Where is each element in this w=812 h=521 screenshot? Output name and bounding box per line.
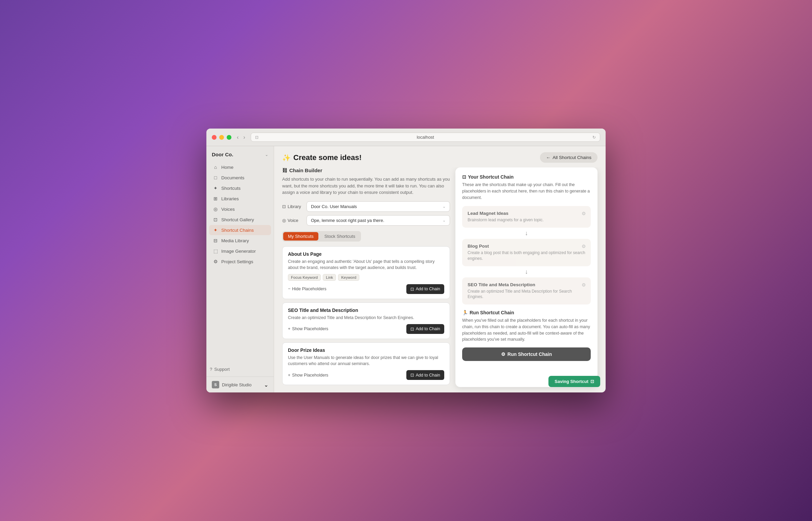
chain-item-seo-title: SEO Title and Meta Description Create an… bbox=[462, 277, 591, 305]
traffic-lights bbox=[212, 135, 231, 140]
saving-icon: ⊡ bbox=[590, 379, 594, 384]
tag-focus-keyword: Focus Keyword bbox=[288, 274, 321, 281]
forward-button[interactable]: › bbox=[242, 134, 246, 141]
sidebar-item-voices[interactable]: ◎ Voices bbox=[209, 204, 271, 214]
browser-window: ‹ › ⊡ localhost ↻ Door Co. ⌄ ⌂ Home □ bbox=[206, 129, 606, 392]
documents-icon: □ bbox=[212, 175, 219, 180]
chain-builder-panel: ⛓ Chain Builder Add shortcuts to your ch… bbox=[282, 167, 455, 387]
shortcuts-icon: ✦ bbox=[212, 185, 219, 191]
nav-buttons: ‹ › bbox=[235, 134, 247, 141]
sidebar-item-shortcut-chains[interactable]: ✦ Shortcut Chains bbox=[209, 225, 271, 235]
page-title: ✨ Create some ideas! bbox=[282, 153, 362, 162]
shortcut-card-seo-title: SEO Title and Meta Description Create an… bbox=[282, 302, 450, 339]
run-btn-label: Run Shortcut Chain bbox=[508, 352, 552, 357]
saving-bar: Saving Shortcut ⊡ bbox=[548, 376, 600, 387]
sidebar-item-support[interactable]: ? Support bbox=[206, 365, 274, 374]
maximize-button[interactable] bbox=[227, 135, 231, 140]
run-title-text: Run Shortcut Chain bbox=[470, 310, 514, 315]
sidebar-item-media-library[interactable]: ⊟ Media Library bbox=[209, 235, 271, 246]
library-config-row: ⊡ Library Door Co. User Manuals ⌄ bbox=[282, 201, 450, 212]
all-chains-button[interactable]: ← All Shortcut Chains bbox=[540, 152, 597, 163]
content-body: ⛓ Chain Builder Add shortcuts to your ch… bbox=[274, 167, 606, 392]
sidebar-item-label-settings: Project Settings bbox=[221, 259, 253, 264]
org-name: Door Co. bbox=[212, 152, 233, 157]
sidebar-item-shortcut-gallery[interactable]: ⊡ Shortcut Gallery bbox=[209, 214, 271, 225]
refresh-icon[interactable]: ↻ bbox=[592, 135, 596, 140]
shortcut-actions-about-us: − Hide Placeholders ⊡ Add to Chain bbox=[288, 284, 444, 294]
voice-label: ◎ Voice bbox=[282, 218, 302, 223]
image-gen-icon: ⬚ bbox=[212, 248, 219, 254]
url-text: localhost bbox=[261, 135, 590, 140]
chain-panel-desc: These are the shortcuts that make up you… bbox=[462, 182, 591, 201]
chain-item-title-blog-post: Blog Post bbox=[468, 244, 585, 249]
add-to-chain-button-seo[interactable]: ⊡ Add to Chain bbox=[406, 324, 444, 334]
show-icon-door-prize: + bbox=[288, 373, 290, 378]
add-chain-label-about-us: Add to Chain bbox=[416, 287, 440, 291]
chain-item-title-seo: SEO Title and Meta Description bbox=[468, 282, 585, 287]
sidebar-item-libraries[interactable]: ⊞ Libraries bbox=[209, 194, 271, 204]
sidebar-item-label-chains: Shortcut Chains bbox=[221, 228, 254, 233]
sidebar-item-home[interactable]: ⌂ Home bbox=[209, 162, 271, 172]
spinner-icon-2: ⚙ bbox=[582, 244, 586, 249]
back-button[interactable]: ‹ bbox=[235, 134, 240, 141]
show-placeholders-button-door-prize[interactable]: + Show Placeholders bbox=[288, 373, 328, 378]
minimize-button[interactable] bbox=[219, 135, 224, 140]
chains-icon: ✦ bbox=[212, 227, 219, 233]
voice-icon: ◎ bbox=[282, 218, 286, 223]
shortcut-title-door-prize: Door Prize Ideas bbox=[288, 347, 444, 353]
sidebar-header: Door Co. ⌄ bbox=[206, 146, 274, 161]
media-icon: ⊟ bbox=[212, 238, 219, 243]
close-button[interactable] bbox=[212, 135, 217, 140]
avatar: S bbox=[212, 381, 219, 388]
shortcut-tabs: My Shortcuts Stock Shortcuts bbox=[282, 231, 361, 242]
chain-builder-icon: ⛓ bbox=[282, 167, 287, 173]
user-name: Dirigible Studio bbox=[222, 382, 251, 387]
shortcut-chain-panel: ⊡ Your Shortcut Chain These are the shor… bbox=[455, 167, 597, 387]
tab-my-shortcuts[interactable]: My Shortcuts bbox=[283, 232, 318, 241]
show-placeholders-button-seo[interactable]: + Show Placeholders bbox=[288, 326, 328, 331]
chain-arrow-1: ↓ bbox=[462, 230, 591, 237]
sidebar: Door Co. ⌄ ⌂ Home □ Documents ✦ Shortcut… bbox=[206, 146, 274, 392]
tab-icon: ⊡ bbox=[255, 135, 258, 140]
sidebar-item-documents[interactable]: □ Documents bbox=[209, 173, 271, 183]
sidebar-item-image-generator[interactable]: ⬚ Image Generator bbox=[209, 246, 271, 256]
sidebar-item-label-shortcuts: Shortcuts bbox=[221, 186, 241, 191]
org-chevron-icon[interactable]: ⌄ bbox=[265, 152, 268, 157]
tab-stock-shortcuts[interactable]: Stock Shortcuts bbox=[320, 232, 360, 241]
address-bar[interactable]: ⊡ localhost ↻ bbox=[251, 133, 600, 142]
shortcut-desc-door-prize: Use the User Manuals to generate ideas f… bbox=[288, 355, 444, 367]
shortcut-actions-seo: + Show Placeholders ⊡ Add to Chain bbox=[288, 324, 444, 334]
run-icon: 🏃 bbox=[462, 310, 468, 315]
saving-label: Saving Shortcut bbox=[555, 379, 588, 384]
chain-arrow-2: ↓ bbox=[462, 268, 591, 275]
sidebar-item-project-settings[interactable]: ⚙ Project Settings bbox=[209, 256, 271, 267]
hide-placeholders-button[interactable]: − Hide Placeholders bbox=[288, 287, 326, 291]
spinner-icon-3: ⚙ bbox=[582, 282, 586, 288]
user-profile[interactable]: S Dirigible Studio bbox=[212, 381, 251, 388]
chain-builder-desc: Add shortcuts to your chain to run seque… bbox=[282, 176, 450, 196]
tag-keyword: Keyword bbox=[338, 274, 359, 281]
all-chains-label: All Shortcut Chains bbox=[552, 155, 591, 160]
add-to-chain-button-door-prize[interactable]: ⊡ Add to Chain bbox=[406, 370, 444, 380]
sidebar-item-shortcuts[interactable]: ✦ Shortcuts bbox=[209, 183, 271, 193]
hide-label: Hide Placeholders bbox=[292, 287, 326, 291]
title-icon: ✨ bbox=[282, 154, 291, 162]
add-to-chain-button-about-us[interactable]: ⊡ Add to Chain bbox=[406, 284, 444, 294]
library-select[interactable]: Door Co. User Manuals ⌄ bbox=[307, 201, 450, 212]
chain-item-blog-post: Blog Post Create a blog post that is bot… bbox=[462, 239, 591, 266]
user-chevron-icon: ⌄ bbox=[264, 382, 268, 388]
shortcut-card-door-prize: Door Prize Ideas Use the User Manuals to… bbox=[282, 342, 450, 385]
shortcut-tags-about-us: Focus Keyword Link Keyword bbox=[288, 274, 444, 281]
sidebar-footer: S Dirigible Studio ⌄ bbox=[206, 377, 274, 392]
run-chain-button[interactable]: ⚙ Run Shortcut Chain bbox=[462, 347, 591, 361]
add-chain-icon-seo: ⊡ bbox=[410, 326, 414, 332]
all-chains-back-icon: ← bbox=[546, 155, 551, 160]
sidebar-item-label-libraries: Libraries bbox=[221, 196, 239, 201]
voice-select[interactable]: Ope, lemme scoot right past ya there. ⌄ bbox=[307, 215, 450, 226]
app-layout: Door Co. ⌄ ⌂ Home □ Documents ✦ Shortcut… bbox=[206, 146, 606, 392]
chain-item-desc-blog-post: Create a blog post that is both engaging… bbox=[468, 250, 585, 262]
chain-item-desc-lead-magnet: Brainstorm lead magnets for a given topi… bbox=[468, 217, 585, 223]
voice-select-arrow: ⌄ bbox=[443, 218, 446, 223]
spinner-icon-1: ⚙ bbox=[582, 211, 586, 216]
sidebar-item-label-home: Home bbox=[221, 165, 233, 170]
